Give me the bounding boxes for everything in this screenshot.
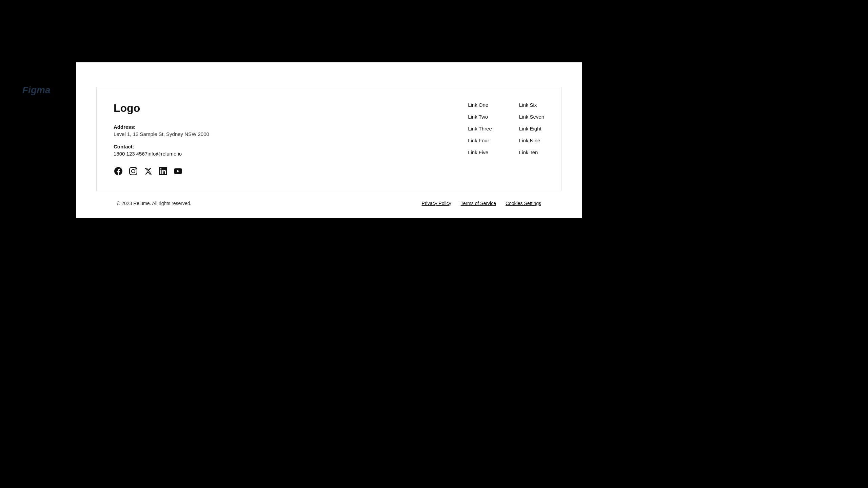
footer-main: Logo Address: Level 1, 12 Sample St, Syd…	[96, 87, 561, 191]
link-ten[interactable]: Link Ten	[519, 149, 544, 155]
link-six[interactable]: Link Six	[519, 102, 544, 108]
link-one[interactable]: Link One	[468, 102, 492, 108]
page-wrapper: Logo Address: Level 1, 12 Sample St, Syd…	[76, 62, 582, 218]
link-nine[interactable]: Link Nine	[519, 138, 544, 143]
instagram-icon[interactable]	[129, 166, 138, 176]
copyright-text: © 2023 Relume. All rights reserved.	[117, 201, 191, 206]
youtube-icon[interactable]	[173, 166, 183, 176]
privacy-policy-link[interactable]: Privacy Policy	[422, 201, 451, 206]
link-five[interactable]: Link Five	[468, 149, 492, 155]
social-icons	[114, 166, 256, 176]
terms-of-service-link[interactable]: Terms of Service	[461, 201, 496, 206]
footer-bottom: © 2023 Relume. All rights reserved. Priv…	[96, 191, 561, 216]
link-two[interactable]: Link Two	[468, 114, 492, 120]
cookies-settings-link[interactable]: Cookies Settings	[506, 201, 541, 206]
link-eight[interactable]: Link Eight	[519, 126, 544, 131]
link-column-1: Link One Link Two Link Three Link Four L…	[468, 102, 492, 155]
link-four[interactable]: Link Four	[468, 138, 492, 143]
linkedin-icon[interactable]	[158, 166, 168, 176]
address-text: Level 1, 12 Sample St, Sydney NSW 2000	[114, 131, 256, 137]
contact-link[interactable]: 1800 123 4567info@relume.io	[114, 151, 182, 157]
footer-logo: Logo	[114, 102, 256, 115]
link-three[interactable]: Link Three	[468, 126, 492, 131]
address-section: Address: Level 1, 12 Sample St, Sydney N…	[114, 124, 256, 137]
contact-label: Contact:	[114, 144, 256, 149]
link-column-2: Link Six Link Seven Link Eight Link Nine…	[519, 102, 544, 155]
facebook-icon[interactable]	[114, 166, 123, 176]
x-icon[interactable]	[143, 166, 153, 176]
link-seven[interactable]: Link Seven	[519, 114, 544, 120]
footer-left: Logo Address: Level 1, 12 Sample St, Syd…	[114, 102, 256, 176]
sidebar-figma-logo: Figma	[22, 85, 50, 96]
footer-links: Link One Link Two Link Three Link Four L…	[468, 102, 544, 155]
legal-links: Privacy Policy Terms of Service Cookies …	[422, 201, 541, 206]
contact-section: Contact: 1800 123 4567info@relume.io	[114, 144, 256, 157]
address-label: Address:	[114, 124, 256, 130]
